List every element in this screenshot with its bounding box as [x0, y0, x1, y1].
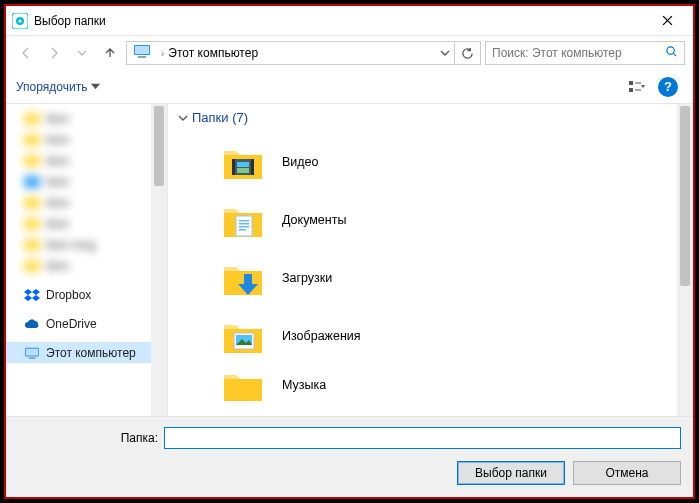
folder-label: Загрузки	[282, 271, 332, 285]
svg-rect-26	[237, 168, 249, 173]
sidebar-item[interactable]: Item	[6, 255, 167, 276]
images-folder-icon	[222, 315, 264, 357]
breadcrumb-separator-icon: ›	[161, 48, 164, 59]
svg-rect-28	[239, 220, 249, 222]
folder-label: Видео	[282, 155, 319, 169]
folder-label: Документы	[282, 213, 346, 227]
breadcrumb-item[interactable]: Этот компьютер	[168, 46, 258, 60]
refresh-button[interactable]	[454, 42, 480, 64]
sidebar-label: OneDrive	[46, 317, 97, 331]
pc-icon	[24, 345, 40, 361]
sidebar-item-dropbox[interactable]: Dropbox	[6, 284, 167, 305]
svg-rect-15	[24, 197, 40, 209]
svg-rect-9	[629, 88, 633, 92]
onedrive-icon	[24, 316, 40, 332]
window-title: Выбор папки	[34, 14, 647, 28]
svg-rect-7	[629, 81, 633, 85]
group-header-label: Папки (7)	[192, 110, 248, 125]
recent-dropdown[interactable]	[70, 41, 94, 65]
svg-rect-18	[24, 260, 40, 272]
svg-rect-16	[24, 218, 40, 230]
svg-rect-8	[635, 82, 641, 83]
pc-icon	[133, 44, 151, 62]
svg-rect-4	[135, 46, 149, 54]
close-button[interactable]	[647, 7, 687, 35]
chevron-down-icon	[178, 113, 188, 123]
svg-rect-24	[251, 159, 254, 175]
svg-rect-30	[239, 226, 249, 228]
bottom-bar: Папка: Выбор папки Отмена	[6, 416, 693, 497]
folder-label: Изображения	[282, 329, 361, 343]
group-header-folders[interactable]: Папки (7)	[172, 110, 689, 125]
help-icon: ?	[658, 77, 678, 97]
titlebar: Выбор папки	[6, 6, 693, 36]
svg-rect-23	[232, 159, 235, 175]
svg-rect-29	[239, 223, 249, 225]
address-dropdown[interactable]	[436, 48, 454, 58]
sidebar-item[interactable]: Item	[6, 171, 167, 192]
toolbar: Упорядочить ?	[6, 70, 693, 104]
search-input[interactable]	[492, 46, 665, 60]
organize-label: Упорядочить	[16, 80, 87, 94]
folder-item-downloads[interactable]: Загрузки	[172, 249, 689, 307]
svg-rect-5	[138, 56, 146, 58]
folder-label: Музыка	[282, 378, 326, 392]
navbar: › Этот компьютер	[6, 36, 693, 70]
sidebar-scrollbar[interactable]	[151, 104, 167, 416]
svg-rect-13	[24, 155, 40, 167]
organize-menu[interactable]: Упорядочить	[16, 80, 100, 94]
sidebar-item[interactable]: Item	[6, 129, 167, 150]
svg-rect-12	[24, 134, 40, 146]
music-folder-icon	[222, 369, 264, 401]
sidebar-item-onedrive[interactable]: OneDrive	[6, 313, 167, 334]
search-icon	[665, 44, 678, 62]
view-mode-button[interactable]	[623, 75, 653, 99]
select-folder-button[interactable]: Выбор папки	[457, 461, 565, 485]
forward-button[interactable]	[42, 41, 66, 65]
documents-folder-icon	[222, 199, 264, 241]
svg-rect-20	[26, 348, 38, 355]
sidebar-item[interactable]: Item	[6, 213, 167, 234]
svg-point-6	[667, 47, 674, 54]
main-scrollbar[interactable]	[677, 104, 693, 416]
svg-point-2	[18, 19, 21, 22]
folder-input-label: Папка:	[18, 431, 158, 445]
main-pane: Папки (7) Видео Документы Загрузки	[168, 104, 693, 416]
back-button[interactable]	[14, 41, 38, 65]
sidebar: Item Item Item Item Item Item Item long …	[6, 104, 168, 416]
sidebar-label: Этот компьютер	[46, 346, 136, 360]
svg-rect-25	[237, 162, 249, 167]
svg-rect-21	[29, 357, 36, 359]
search-box[interactable]	[485, 41, 685, 65]
svg-rect-14	[24, 176, 40, 188]
address-bar[interactable]: › Этот компьютер	[126, 41, 481, 65]
folder-item-video[interactable]: Видео	[172, 133, 689, 191]
sidebar-item[interactable]: Item long	[6, 234, 167, 255]
svg-rect-17	[24, 239, 40, 251]
dropbox-icon	[24, 287, 40, 303]
sidebar-item-thispc[interactable]: Этот компьютер	[6, 342, 167, 363]
downloads-folder-icon	[222, 257, 264, 299]
folder-item-images[interactable]: Изображения	[172, 307, 689, 365]
svg-rect-10	[635, 89, 641, 90]
up-button[interactable]	[98, 41, 122, 65]
folder-item-music[interactable]: Музыка	[172, 365, 689, 405]
app-icon	[12, 13, 28, 29]
folder-input[interactable]	[164, 427, 681, 449]
svg-rect-31	[239, 229, 246, 231]
sidebar-label: Dropbox	[46, 288, 91, 302]
cancel-button[interactable]: Отмена	[573, 461, 681, 485]
sidebar-item[interactable]: Item	[6, 192, 167, 213]
svg-rect-11	[24, 113, 40, 125]
sidebar-item[interactable]: Item	[6, 150, 167, 171]
folder-item-documents[interactable]: Документы	[172, 191, 689, 249]
sidebar-item[interactable]: Item	[6, 108, 167, 129]
help-button[interactable]: ?	[653, 75, 683, 99]
video-folder-icon	[222, 141, 264, 183]
